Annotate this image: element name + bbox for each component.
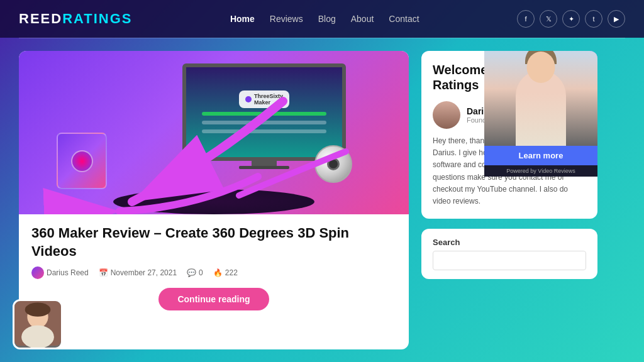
meta-date: 📅 November 27, 2021 [99, 268, 177, 277]
learn-more-button[interactable]: Learn more [484, 146, 597, 165]
bottom-left-avatar [13, 299, 63, 349]
youtube-icon[interactable]: ▶ [608, 10, 625, 28]
progress-bar [202, 121, 326, 124]
views-icon: 🔥 [213, 268, 223, 277]
comments-count: 0 [199, 268, 203, 277]
meta-comments: 💬 0 [187, 268, 203, 277]
article-date: November 27, 2021 [111, 268, 177, 277]
search-input[interactable] [433, 251, 586, 270]
box-face [57, 133, 107, 189]
svg-point-5 [21, 326, 54, 348]
product-box [57, 133, 113, 195]
nav-about[interactable]: About [351, 14, 374, 24]
author-small-avatar [31, 266, 44, 279]
social-links: f 𝕏 ✦ t ▶ [517, 10, 625, 28]
avatar-image [14, 301, 61, 348]
article-title: 360 Maker Review – Create 360 Degrees 3D… [31, 224, 396, 260]
sidebar: Welcome to Reed Ratings Darius Founder 🌐… [421, 51, 597, 349]
views-count: 222 [225, 268, 238, 277]
box-lens [71, 150, 93, 172]
nav-home[interactable]: Home [230, 14, 255, 24]
site-logo[interactable]: ReedRatings [19, 11, 133, 27]
continue-reading-button[interactable]: Continue reading [158, 288, 269, 310]
brand-badge: ThreeSixtyMaker [239, 90, 289, 108]
article-card: ThreeSixtyMaker [19, 51, 409, 349]
avatar-svg [14, 299, 61, 348]
meta-author: Darius Reed [31, 266, 89, 279]
tumblr-icon[interactable]: t [585, 10, 602, 28]
nav-reviews[interactable]: Reviews [270, 14, 303, 24]
progress-bar-green [202, 112, 326, 116]
article-hero-image: ThreeSixtyMaker [19, 51, 409, 214]
main-nav: Home Reviews Blog About Contact [230, 14, 419, 24]
comment-icon: 💬 [187, 268, 196, 277]
nav-contact[interactable]: Contact [389, 14, 419, 24]
article-meta: Darius Reed 📅 November 27, 2021 💬 0 🔥 22… [31, 266, 396, 279]
welcome-widget: Welcome to Reed Ratings Darius Founder 🌐… [421, 51, 597, 219]
pedestal [113, 189, 314, 214]
progress-bar-2 [202, 129, 326, 133]
monitor-screen: ThreeSixtyMaker [182, 63, 346, 161]
author-avatar [433, 101, 460, 129]
camera-ball [314, 145, 352, 183]
person-head [527, 52, 555, 83]
meta-views: 🔥 222 [213, 268, 238, 277]
facebook-icon[interactable]: f [517, 10, 535, 28]
video-person [484, 51, 597, 146]
person-body [516, 70, 566, 146]
powered-by-text: Powered by Video Reviews [484, 165, 597, 177]
author-name-meta: Darius Reed [47, 268, 89, 277]
author-avatar-image [433, 101, 460, 129]
monitor-screen-inner: ThreeSixtyMaker [186, 67, 342, 157]
video-review-overlay: Learn more Powered by Video Reviews [484, 51, 597, 177]
calendar-icon: 📅 [99, 268, 108, 277]
site-header: ReedRatings Home Reviews Blog About Cont… [0, 0, 644, 38]
monitor-base [239, 166, 289, 169]
twitter-icon[interactable]: 𝕏 [540, 10, 557, 28]
monitor-stand [252, 161, 277, 166]
search-label: Search [433, 238, 586, 247]
main-content: ThreeSixtyMaker [0, 38, 644, 362]
search-widget: Search [421, 229, 597, 279]
article-body: 360 Maker Review – Create 360 Degrees 3D… [19, 214, 409, 318]
video-frame [484, 51, 597, 146]
pinterest-icon[interactable]: ✦ [562, 10, 580, 28]
svg-point-4 [25, 303, 51, 317]
nav-blog[interactable]: Blog [318, 14, 336, 24]
camera-lens [327, 158, 340, 170]
